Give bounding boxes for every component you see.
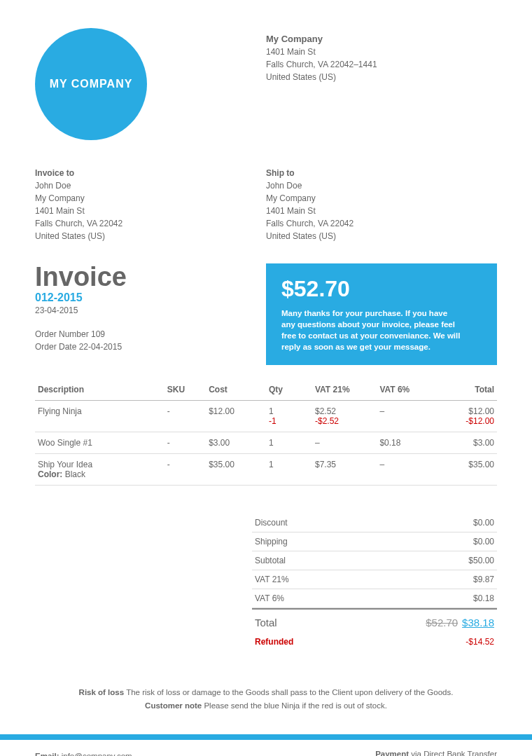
table-row: Woo Single #1-$3.001–$0.18$3.00 [35,432,497,454]
accent-bar [0,734,532,740]
invoice-number: 012-2015 [35,291,266,304]
header: MY COMPANY My Company 1401 Main St Falls… [35,28,497,140]
order-date: Order Date 22-04-2015 [35,341,266,353]
table-row: Flying Ninja-$12.001-1$2.52-$2.52–$12.00… [35,401,497,432]
invoice-date: 23-04-2015 [35,305,266,315]
order-number: Order Number 109 [35,328,266,341]
thank-you-text: Many thanks for your purchase. If you ha… [281,308,462,352]
company-logo: MY COMPANY [35,28,147,140]
total-row: Total $52.70$38.18 [252,608,497,633]
company-addr1: 1401 Main St [266,46,497,58]
table-row: Ship Your IdeaColor: Black-$35.001$7.35–… [35,454,497,486]
col-description: Description [35,379,164,401]
footer-notes: Risk of loss The risk of loss or damage … [35,686,497,712]
col-cost: Cost [206,379,266,401]
col-vat6: VAT 6% [377,379,432,401]
invoice-to-block: Invoice to John Doe My Company 1401 Main… [35,168,266,242]
refunded-row: Refunded -$14.52 [252,633,497,651]
summary-block: Discount$0.00 Shipping$0.00 Subtotal$50.… [252,514,497,651]
line-items-table: Description SKU Cost Qty VAT 21% VAT 6% … [35,379,497,486]
company-addr2: Falls Church, VA 22042–1441 [266,58,497,71]
logo-text: MY COMPANY [50,78,133,90]
invoice-meta: Invoice 012-2015 23-04-2015 Order Number… [35,263,266,365]
col-vat21: VAT 21% [312,379,377,401]
ship-to-block: Ship to John Doe My Company 1401 Main St… [266,168,497,242]
invoice-amount-box: $52.70 Many thanks for your purchase. If… [266,263,497,365]
total-old: $52.70 [426,617,458,628]
company-country: United States (US) [266,71,497,83]
company-name: My Company [266,34,497,44]
invoice-title: Invoice [35,263,266,290]
company-address: My Company 1401 Main St Falls Church, VA… [266,28,497,140]
col-qty: Qty [266,379,312,401]
invoice-to-label: Invoice to [35,168,266,178]
total-new: $38.18 [462,617,494,628]
page-footer: Email: info@company.com Website: www.com… [0,740,532,756]
invoice-amount: $52.70 [281,276,462,302]
ship-to-label: Ship to [266,168,497,178]
col-total: Total [433,379,497,401]
col-sku: SKU [164,379,206,401]
